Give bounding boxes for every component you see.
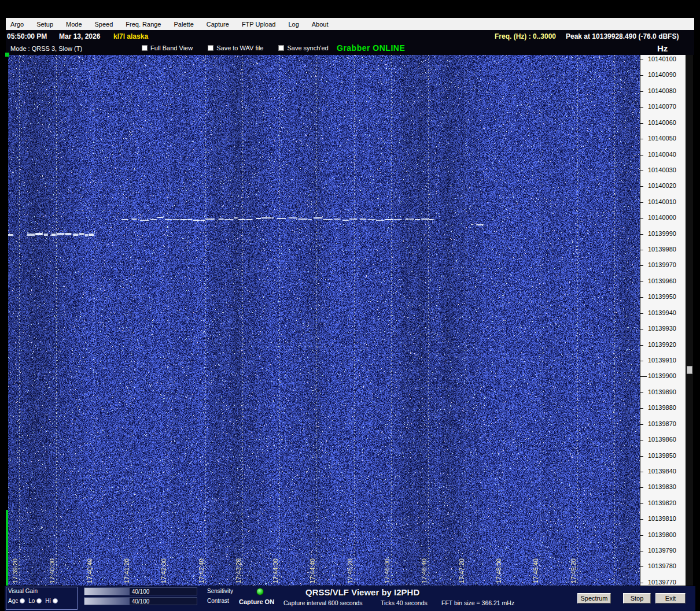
menu-item-ftp-upload[interactable]: FTP Upload: [242, 21, 276, 28]
freq-tick: [640, 566, 643, 567]
freq-tick: [640, 265, 643, 266]
stop-button[interactable]: Stop: [623, 593, 651, 603]
contrast-slider[interactable]: 40/100: [84, 597, 197, 605]
menu-item-setup[interactable]: Setup: [36, 21, 53, 28]
menu-item-about[interactable]: About: [312, 21, 329, 28]
visual-gain-options: AgcLoHi: [8, 598, 61, 604]
radio-button-icon[interactable]: [53, 598, 58, 603]
capture-interval-label: Capture interval 600 seconds: [283, 599, 363, 606]
sensitivity-slider[interactable]: 40/100: [84, 587, 197, 595]
spectrum-button[interactable]: Spectrum: [577, 593, 611, 603]
checkbox-box-icon[interactable]: [208, 45, 213, 51]
freq-axis-label: 10140000: [648, 214, 676, 221]
freq-tick: [640, 75, 643, 76]
freq-tick: [640, 329, 643, 329]
visual-gain-group: Visual Gain AgcLoHi: [6, 587, 78, 610]
menu-item-mode[interactable]: Mode: [66, 21, 82, 28]
freq-tick: [640, 440, 643, 440]
visual-gain-option-agc[interactable]: Agc: [8, 598, 25, 604]
menu-item-argo[interactable]: Argo: [10, 21, 24, 28]
checkbox-label: Full Band View: [150, 45, 193, 51]
menu-item-speed[interactable]: Speed: [95, 21, 113, 28]
freq-tick: [640, 408, 643, 409]
slider-label-sensitivity: Sensitivity: [207, 588, 233, 594]
freq-tick: [640, 107, 643, 108]
bottom-control-bar: Visual Gain AgcLoHi 40/100Sensitivity40/…: [5, 586, 695, 611]
ticks-label: Ticks 40 seconds: [381, 599, 428, 606]
freq-tick: [640, 91, 643, 92]
freq-axis-label: 10139950: [648, 293, 676, 300]
radio-label: Hi: [45, 598, 50, 604]
freq-tick: [640, 472, 643, 472]
freq-axis-label: 10139870: [648, 420, 676, 427]
app-title: QRSS/VLF Viewer by I2PHD: [305, 587, 419, 597]
menu-bar: ArgoSetupModeSpeedFreq. RangePaletteCapt…: [6, 18, 694, 30]
menu-item-log[interactable]: Log: [288, 21, 299, 28]
freq-axis-label: 10139940: [648, 309, 676, 316]
menu-item-palette[interactable]: Palette: [174, 21, 194, 28]
argo-window: ArgoSetupModeSpeedFreq. RangePaletteCapt…: [0, 0, 700, 611]
freq-tick: [640, 345, 643, 346]
slider-group: 40/100Sensitivity40/100Contrast: [84, 586, 327, 611]
freq-axis-label: 10139790: [648, 547, 676, 554]
spectrogram-waterfall[interactable]: [8, 55, 640, 586]
freq-axis-label: 10139920: [648, 341, 676, 348]
freq-axis-label: 10140050: [648, 135, 676, 142]
visual-gain-option-hi[interactable]: Hi: [45, 598, 57, 604]
checkbox-label: Save synch'ed: [287, 45, 328, 51]
freq-axis-label: 10139780: [648, 562, 676, 569]
capture-led-icon: [256, 588, 264, 595]
capture-status: Capture ON: [239, 598, 274, 605]
clock-time: 05:50:00 PM: [7, 32, 47, 40]
freq-tick: [640, 487, 643, 488]
checkbox-save-synch-ed[interactable]: Save synch'ed: [278, 45, 328, 51]
freq-axis-label: 10140090: [648, 71, 676, 78]
checkbox-save-to-wav-file[interactable]: Save to WAV file: [208, 45, 263, 51]
freq-tick: [640, 583, 643, 583]
menu-item-capture[interactable]: Capture: [207, 21, 229, 28]
freq-range-readout: Freq. (Hz) : 0..3000: [495, 32, 556, 40]
freq-tick: [640, 139, 643, 139]
freq-tick: [640, 551, 643, 551]
freq-axis-label: 10139990: [648, 230, 676, 237]
radio-label: Agc: [8, 598, 18, 604]
freq-tick: [640, 361, 643, 361]
visual-gain-label: Visual Gain: [8, 588, 38, 594]
mode-bar: Mode : QRSS 3, Slow (T) Full Band ViewSa…: [6, 42, 694, 55]
capture-progress-bar: [6, 510, 8, 586]
freq-axis-label: 10140070: [648, 103, 676, 110]
freq-tick: [640, 123, 643, 124]
freq-axis-label: 10139910: [648, 357, 676, 364]
freq-axis-label: 10140100: [648, 55, 676, 62]
visual-gain-option-lo[interactable]: Lo: [28, 598, 42, 604]
checkbox-full-band-view[interactable]: Full Band View: [142, 45, 193, 51]
freq-axis-label: 10139930: [648, 325, 676, 332]
radio-label: Lo: [28, 598, 35, 604]
freq-tick: [640, 171, 643, 171]
radio-button-icon[interactable]: [36, 598, 42, 603]
frequency-scrollbar[interactable]: [686, 55, 693, 586]
freq-tick: [640, 60, 643, 60]
freq-tick: [640, 202, 643, 203]
slider-label-contrast: Contrast: [207, 598, 229, 604]
freq-tick: [640, 250, 643, 250]
freq-tick: [640, 456, 643, 457]
menu-item-freq-range[interactable]: Freq. Range: [126, 21, 161, 28]
freq-tick: [640, 186, 643, 187]
exit-button[interactable]: Exit: [655, 593, 686, 603]
radio-button-icon[interactable]: [20, 598, 25, 603]
scrollbar-thumb[interactable]: [687, 366, 692, 374]
freq-axis-label: 10139850: [648, 452, 676, 459]
checkbox-box-icon[interactable]: [142, 45, 148, 51]
freq-tick: [640, 218, 643, 219]
freq-axis-label: 10139880: [648, 404, 676, 411]
fft-bin-label: FFT bin size = 366.21 mHz: [441, 599, 514, 606]
freq-axis-label: 10139860: [648, 436, 676, 443]
status-bar: 05:50:00 PM Mar 13, 2026 kl7l alaska Fre…: [6, 30, 694, 42]
freq-axis-label: 10139830: [648, 483, 676, 490]
freq-axis-label: 10140020: [648, 182, 676, 189]
clock-date: Mar 13, 2026: [59, 32, 100, 40]
slider-value: 40/100: [84, 588, 197, 595]
checkbox-box-icon[interactable]: [278, 45, 284, 51]
freq-axis-label: 10140080: [648, 87, 676, 94]
